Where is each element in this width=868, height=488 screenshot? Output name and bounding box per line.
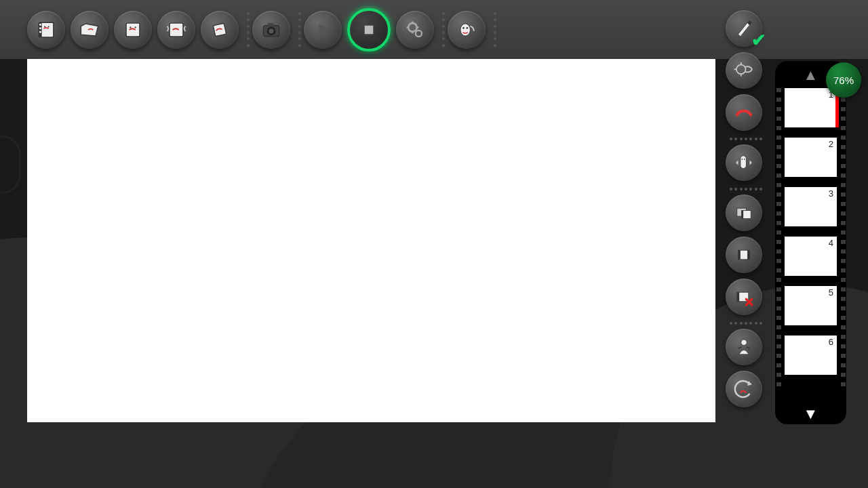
- onion-skin-button[interactable]: [726, 52, 762, 89]
- frame-number: 5: [829, 287, 833, 298]
- palette-handle[interactable]: [0, 136, 21, 194]
- svg-point-24: [462, 26, 465, 28]
- separator: [728, 322, 764, 325]
- frame-move-button[interactable]: [726, 144, 762, 181]
- separator: [494, 11, 496, 49]
- svg-point-15: [269, 28, 273, 33]
- check-icon: ✔: [751, 30, 766, 51]
- frame-number: 4: [829, 238, 833, 248]
- svg-point-31: [742, 159, 743, 160]
- right-toolbar: ✔: [726, 10, 766, 410]
- scroll-up-icon[interactable]: ▲: [804, 66, 818, 84]
- share-button[interactable]: [448, 11, 486, 49]
- frame-thumb[interactable]: 2: [785, 138, 837, 177]
- frame-thumb[interactable]: 1: [785, 88, 837, 127]
- frame-number: 3: [829, 188, 833, 199]
- svg-line-43: [746, 347, 749, 348]
- settings-button[interactable]: [396, 11, 434, 49]
- svg-point-32: [744, 159, 745, 160]
- svg-rect-10: [170, 23, 183, 37]
- stop-button[interactable]: [347, 8, 391, 52]
- drawing-canvas[interactable]: [27, 59, 715, 422]
- frames-list: 1 2 3 4 5 6: [785, 88, 837, 375]
- svg-point-9: [135, 26, 136, 28]
- separator: [298, 11, 301, 49]
- frame-copy-button[interactable]: [726, 195, 762, 231]
- svg-point-26: [736, 65, 746, 75]
- svg-point-6: [48, 26, 50, 27]
- frame-delete-button[interactable]: [726, 279, 762, 315]
- svg-point-41: [741, 340, 747, 346]
- frame-paste-button[interactable]: [726, 237, 762, 273]
- svg-point-8: [130, 26, 131, 28]
- separator: [247, 11, 250, 49]
- new-project-button[interactable]: [27, 11, 65, 49]
- save-as-button[interactable]: [157, 11, 195, 49]
- brush-tool-button[interactable]: ✔: [726, 10, 762, 47]
- separator: [442, 11, 445, 49]
- frame-thumb[interactable]: 3: [785, 187, 837, 226]
- character-button[interactable]: [726, 329, 762, 365]
- frame-thumb[interactable]: 5: [785, 286, 837, 325]
- play-button[interactable]: [304, 11, 342, 49]
- redo-button[interactable]: [726, 371, 762, 407]
- svg-point-25: [467, 26, 469, 28]
- svg-line-42: [738, 347, 742, 348]
- export-button[interactable]: [201, 11, 239, 49]
- frame-thumb[interactable]: 6: [785, 336, 837, 375]
- save-project-button[interactable]: [114, 11, 152, 49]
- svg-point-17: [408, 23, 417, 32]
- separator: [728, 188, 764, 190]
- svg-point-5: [44, 26, 45, 27]
- svg-rect-30: [741, 156, 747, 169]
- svg-point-23: [460, 24, 470, 36]
- svg-rect-2: [39, 24, 41, 26]
- frame-number: 6: [829, 337, 833, 347]
- battery-indicator: 76%: [826, 62, 861, 98]
- camera-button[interactable]: [252, 11, 290, 49]
- svg-rect-16: [365, 25, 374, 34]
- separator: [728, 138, 764, 140]
- svg-point-18: [416, 30, 422, 36]
- frame-thumb[interactable]: 4: [785, 237, 837, 276]
- svg-rect-35: [742, 211, 744, 219]
- scroll-down-icon[interactable]: ▼: [804, 405, 818, 423]
- undo-button[interactable]: [726, 94, 762, 131]
- frame-number: 2: [829, 139, 833, 149]
- filmstrip-panel: ▲ 1 2 3 4 5 6 ▼: [775, 61, 846, 424]
- svg-rect-11: [213, 23, 226, 36]
- svg-rect-4: [39, 30, 41, 33]
- svg-rect-13: [268, 23, 274, 26]
- svg-rect-3: [39, 27, 41, 29]
- battery-percent: 76%: [833, 75, 854, 86]
- open-project-button[interactable]: [71, 11, 108, 49]
- svg-rect-37: [738, 250, 741, 260]
- svg-rect-38: [747, 250, 749, 260]
- svg-rect-7: [126, 23, 140, 37]
- svg-rect-40: [737, 292, 739, 302]
